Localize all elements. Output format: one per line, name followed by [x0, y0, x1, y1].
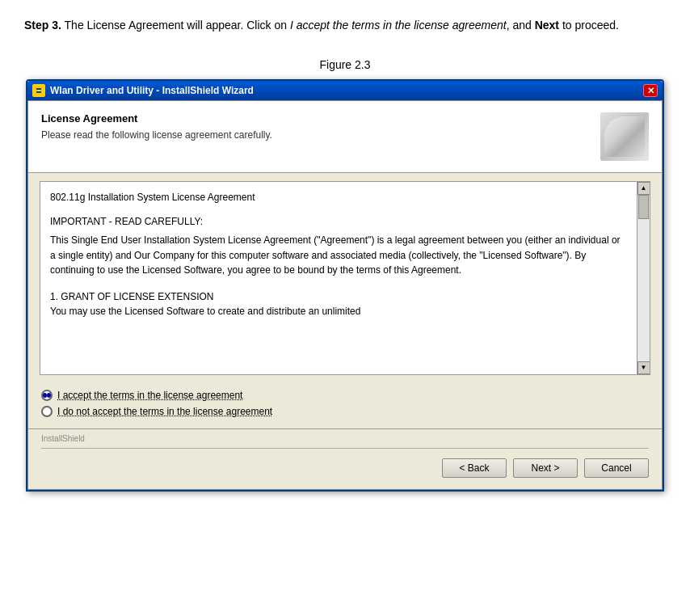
- installshield-label: InstallShield: [41, 434, 649, 443]
- footer-divider: [41, 448, 649, 449]
- scroll-thumb[interactable]: [638, 195, 649, 219]
- dialog-footer: InstallShield < Back Next > Cancel: [28, 428, 662, 489]
- svg-rect-0: [35, 86, 43, 95]
- button-row: < Back Next > Cancel: [41, 455, 649, 481]
- radio-btn-accept[interactable]: [41, 390, 53, 401]
- header-text: License Agreement Please read the follow…: [41, 112, 592, 141]
- dialog-body: License Agreement Please read the follow…: [27, 100, 663, 490]
- titlebar: Wlan Driver and Utility - InstallShield …: [27, 81, 663, 100]
- header-title: License Agreement: [41, 112, 592, 124]
- app-icon: [32, 84, 45, 97]
- radio-label-decline: I do not accept the terms in the license…: [57, 406, 272, 417]
- dialog-title: Wlan Driver and Utility - InstallShield …: [50, 85, 254, 96]
- next-word: Next: [535, 19, 559, 32]
- license-title: 802.11g Installation System License Agre…: [50, 190, 625, 205]
- svg-rect-1: [36, 88, 41, 90]
- cancel-button[interactable]: Cancel: [584, 458, 649, 478]
- scroll-down-arrow[interactable]: ▼: [637, 361, 650, 374]
- radio-label-accept: I accept the terms in the license agreem…: [57, 390, 242, 401]
- header-decoration: [600, 112, 649, 161]
- scroll-track: [637, 195, 650, 361]
- install-wizard-dialog: Wlan Driver and Utility - InstallShield …: [26, 79, 664, 492]
- license-body: IMPORTANT - READ CAREFULLY: This Single …: [50, 214, 625, 319]
- step-text3: to proceed.: [559, 19, 619, 32]
- next-button[interactable]: Next >: [513, 458, 578, 478]
- step-text2: , and: [507, 19, 535, 32]
- radio-option-decline[interactable]: I do not accept the terms in the license…: [41, 406, 649, 417]
- italic-phrase: I accept the terms in the license agreem…: [290, 19, 507, 32]
- dialog-header: License Agreement Please read the follow…: [28, 101, 662, 173]
- instruction-paragraph: Step 3. The License Agreement will appea…: [24, 16, 666, 34]
- step-number: Step 3.: [24, 19, 61, 32]
- license-section: 1. GRANT OF LICENSE EXTENSION You may us…: [50, 289, 625, 319]
- license-text-area: 802.11g Installation System License Agre…: [40, 181, 650, 375]
- titlebar-left: Wlan Driver and Utility - InstallShield …: [32, 84, 254, 97]
- back-button[interactable]: < Back: [442, 458, 507, 478]
- figure-label: Figure 2.3: [24, 58, 666, 71]
- svg-rect-2: [36, 91, 41, 93]
- scroll-up-arrow[interactable]: ▲: [637, 182, 650, 195]
- radio-btn-decline[interactable]: [41, 406, 53, 417]
- header-subtitle: Please read the following license agreem…: [41, 129, 592, 141]
- radio-section: I accept the terms in the license agreem…: [28, 383, 662, 428]
- close-button[interactable]: ✕: [643, 84, 658, 97]
- license-scrollbar[interactable]: ▲ ▼: [637, 182, 650, 374]
- radio-option-accept[interactable]: I accept the terms in the license agreem…: [41, 390, 649, 401]
- step-text: The License Agreement will appear. Click…: [61, 19, 290, 32]
